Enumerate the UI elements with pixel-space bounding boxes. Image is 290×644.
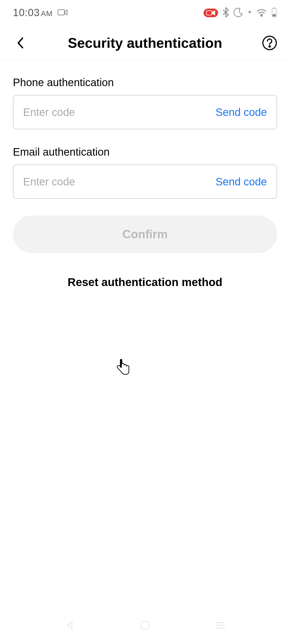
phone-auth-label: Phone authentication bbox=[13, 76, 277, 89]
svg-rect-1 bbox=[206, 11, 212, 15]
svg-point-2 bbox=[261, 15, 262, 16]
email-send-code-button[interactable]: Send code bbox=[216, 176, 267, 188]
phone-send-code-button[interactable]: Send code bbox=[216, 106, 267, 118]
status-time: 10:03AM bbox=[13, 7, 53, 19]
nav-back-button[interactable] bbox=[60, 616, 79, 635]
email-code-row: Send code bbox=[13, 164, 277, 199]
page-title: Security authentication bbox=[28, 35, 262, 51]
email-code-input[interactable] bbox=[23, 176, 216, 188]
content: Phone authentication Send code Email aut… bbox=[0, 60, 290, 289]
help-button[interactable] bbox=[262, 35, 277, 50]
chevron-left-icon bbox=[17, 36, 24, 49]
svg-rect-8 bbox=[141, 621, 149, 629]
nav-recents-button[interactable] bbox=[211, 616, 230, 635]
phone-code-input[interactable] bbox=[23, 106, 216, 118]
title-bar: Security authentication bbox=[0, 25, 290, 60]
confirm-button[interactable]: Confirm bbox=[13, 215, 277, 253]
status-bar: 10:03AM bbox=[0, 0, 290, 25]
reset-auth-link[interactable]: Reset authentication method bbox=[13, 276, 277, 289]
battery-icon bbox=[271, 7, 277, 19]
status-left: 10:03AM bbox=[13, 7, 68, 19]
android-nav-bar bbox=[0, 606, 290, 644]
time-value: 10:03 bbox=[13, 7, 40, 18]
svg-point-7 bbox=[269, 46, 270, 47]
pointer-cursor-icon bbox=[115, 359, 130, 376]
time-ampm: AM bbox=[41, 9, 53, 18]
phone-code-row: Send code bbox=[13, 95, 277, 129]
wifi-icon bbox=[256, 8, 267, 18]
signal-down-icon bbox=[248, 10, 252, 16]
svg-rect-4 bbox=[273, 8, 275, 9]
status-right bbox=[204, 7, 277, 19]
help-icon bbox=[262, 35, 277, 50]
email-auth-label: Email authentication bbox=[13, 146, 277, 158]
camera-icon bbox=[57, 9, 68, 17]
moon-icon bbox=[234, 8, 243, 18]
screen-record-icon bbox=[204, 9, 218, 17]
back-button[interactable] bbox=[13, 35, 28, 50]
svg-rect-0 bbox=[58, 10, 64, 15]
bluetooth-icon bbox=[222, 7, 229, 19]
svg-rect-5 bbox=[273, 14, 276, 16]
nav-home-button[interactable] bbox=[136, 616, 154, 635]
